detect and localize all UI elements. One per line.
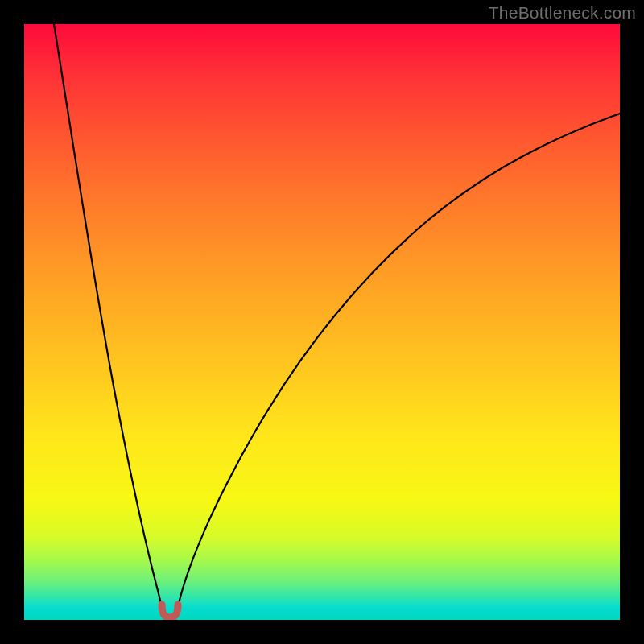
valley-marker xyxy=(162,605,178,617)
watermark-text: TheBottleneck.com xyxy=(489,3,636,23)
curve-layer xyxy=(24,24,620,620)
plot-area xyxy=(24,24,620,620)
curve-right-branch xyxy=(176,114,620,615)
chart-frame: TheBottleneck.com xyxy=(0,0,644,644)
curve-left-branch xyxy=(54,24,163,615)
